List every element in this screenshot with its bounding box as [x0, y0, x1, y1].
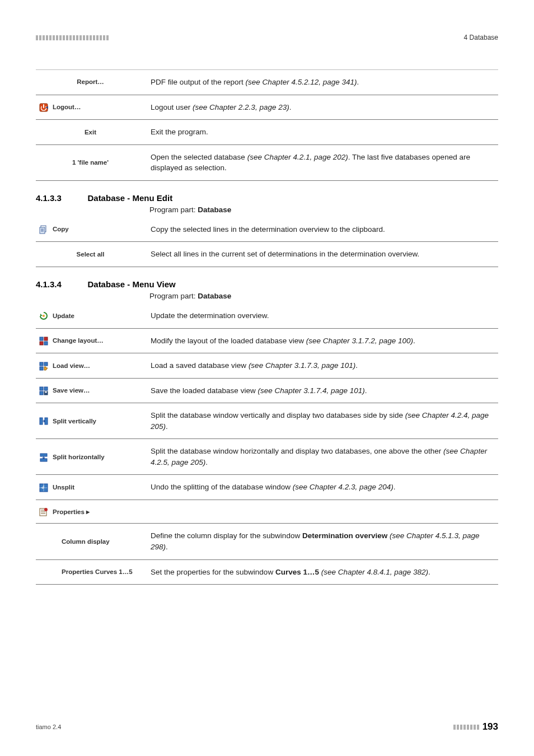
menu-item-description: Split the database window horizontally a… [151, 439, 498, 475]
desc-part: Undo the splitting of the database windo… [151, 483, 293, 491]
desc-part: . [355, 361, 358, 370]
menu-item-text: Split vertically [53, 417, 96, 426]
desc-part: (see Chapter 3.1.7.2, page 100) [306, 337, 413, 345]
desc-part: . [365, 386, 367, 395]
desc-part: Split the database window vertically and… [151, 411, 405, 419]
menu-item-label: Save view… [36, 378, 151, 403]
menu-item-label: Split horizontally [36, 439, 151, 475]
copy-icon [39, 225, 48, 234]
desc-part: . [394, 483, 396, 491]
menu-item-text: Update [53, 311, 74, 321]
table-row: ExitExit the program. [36, 120, 498, 145]
menu-item-icon-wrap [39, 361, 50, 371]
section-heading-edit: 4.1.3.3 Database - Menu Edit [36, 193, 498, 203]
menu-item-description: Exit the program. [151, 120, 498, 145]
chapter-label: 4 Database [464, 34, 498, 41]
page-footer: tiamo 2.4 193 [36, 721, 498, 732]
menu-item-text: 1 'file name' [72, 159, 109, 166]
menu-view-table: UpdateUpdate the determination overview.… [36, 304, 498, 585]
menu-item-text: Split horizontally [53, 452, 105, 462]
menu-item-text: Exit [85, 129, 96, 136]
menu-item-text: Save view… [53, 386, 90, 395]
section-heading-view: 4.1.3.4 Database - Menu View [36, 279, 498, 290]
menu-item-text: Column display [62, 538, 110, 545]
menu-item-description: Load a saved database view (see Chapter … [151, 353, 498, 379]
table-row: CopyCopy the selected lines in the deter… [36, 217, 498, 242]
change-layout-icon [39, 337, 48, 346]
table-row: Change layout…Modify the layout of the l… [36, 328, 498, 353]
desc-part: Exit the program. [151, 128, 208, 136]
menu-item-text: Properties Curves 1…5 [62, 568, 133, 575]
table-row: Split horizontallySplit the database win… [36, 439, 498, 475]
section-number: 4.1.3.3 [36, 193, 85, 203]
desc-part: Load a saved database view [151, 361, 249, 370]
menu-item-icon-wrap [39, 225, 50, 234]
menu-item-label: Copy [36, 217, 151, 242]
menu-item-description: Logout user (see Chapter 2.2.3, page 23)… [151, 95, 498, 120]
menu-item-description: Set the properties for the subwindow Cur… [151, 559, 498, 585]
properties-icon [39, 507, 48, 516]
menu-item-icon-wrap [39, 483, 50, 492]
program-part-prefix: Program part: [149, 292, 198, 300]
table-row: Select allSelect all lines in the curren… [36, 242, 498, 267]
menu-item-description: Undo the splitting of the database windo… [151, 475, 498, 500]
desc-part: (see Chapter 3.1.7.4, page 101) [257, 386, 364, 395]
menu-edit-table: CopyCopy the selected lines in the deter… [36, 217, 498, 267]
menu-item-icon-wrap [39, 336, 50, 346]
table-row: UpdateUpdate the determination overview. [36, 304, 498, 328]
menu-item-description [151, 500, 498, 524]
menu-item-label: Load view… [36, 353, 151, 379]
desc-part: (see Chapter 4.2.3, page 204) [293, 483, 394, 491]
program-part-label: Program part: Database [149, 292, 498, 300]
menu-item-description: Open the selected database (see Chapter … [151, 144, 498, 180]
menu-item-description: Define the column display for the subwin… [151, 524, 498, 559]
desc-part: Modify the layout of the loaded database… [151, 337, 306, 345]
menu-item-label: Report… [36, 70, 151, 95]
menu-item-description: Update the determination overview. [151, 304, 498, 328]
table-row: UnsplitUndo the splitting of the databas… [36, 475, 498, 500]
desc-part: Split the database window horizontally a… [151, 447, 443, 455]
table-row: Properties Curves 1…5Set the properties … [36, 559, 498, 585]
menu-item-description: Select all lines in the current set of d… [151, 242, 498, 267]
table-row: 1 'file name'Open the selected database … [36, 144, 498, 180]
save-view-icon [39, 386, 48, 395]
unsplit-icon [39, 483, 48, 492]
menu-item-text: Load view… [53, 361, 90, 371]
desc-part: PDF file output of the report [151, 78, 246, 86]
menu-file-continued-table: Report…PDF file output of the report (se… [36, 69, 498, 181]
program-part-value: Database [198, 292, 231, 300]
menu-item-text: Report… [77, 78, 104, 85]
desc-part: (see Chapter 3.1.7.3, page 101) [249, 361, 355, 370]
desc-part: . [205, 458, 208, 466]
menu-item-label: Change layout… [36, 328, 151, 353]
logout-icon [39, 103, 48, 112]
desc-part: . [289, 103, 292, 111]
desc-part: Define the column display for the subwin… [151, 531, 302, 540]
menu-item-text: Select all [77, 251, 105, 258]
split-horizontally-icon [39, 453, 48, 462]
menu-item-label: Update [36, 304, 151, 328]
footer-product: tiamo 2.4 [36, 724, 61, 730]
menu-item-text: Change layout… [53, 336, 104, 346]
desc-part: (see Chapter 2.2.3, page 23) [193, 103, 289, 111]
desc-part: Curves 1…5 [275, 568, 319, 576]
desc-part: . [413, 337, 415, 345]
table-row: Split verticallySplit the database windo… [36, 403, 498, 439]
desc-part: Open the selected database [151, 153, 247, 161]
menu-item-text: Copy [53, 225, 69, 234]
menu-item-label: Select all [36, 242, 151, 267]
menu-item-label: Logout… [36, 95, 151, 120]
menu-item-label: 1 'file name' [36, 144, 151, 180]
program-part-label: Program part: Database [149, 206, 498, 214]
menu-item-label: Split vertically [36, 403, 151, 439]
menu-item-label: Properties ▸ [36, 500, 151, 524]
table-row: Save view…Save the loaded database view … [36, 378, 498, 403]
menu-item-icon-wrap [39, 311, 50, 320]
program-part-prefix: Program part: [149, 206, 198, 214]
desc-part: (see Chapter 4.5.2.12, page 341) [246, 78, 357, 86]
page-header: 4 Database [36, 34, 498, 41]
desc-part: Select all lines in the current set of d… [151, 250, 419, 258]
menu-item-description: Save the loaded database view (see Chapt… [151, 378, 498, 403]
menu-item-text: Logout… [53, 102, 81, 112]
program-part-value: Database [198, 206, 231, 214]
